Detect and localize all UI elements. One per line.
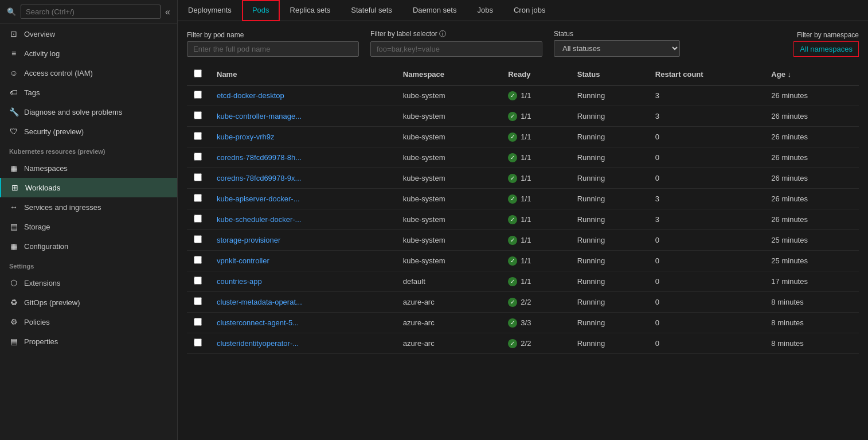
collapse-button[interactable]: « [165,7,170,17]
pod-link-0[interactable]: etcd-docker-desktop [217,91,284,100]
pod-age-7: 25 minutes [764,230,859,251]
filter-pod-name-input[interactable] [187,41,359,57]
pod-restart-count-3: 0 [648,147,765,168]
sidebar-item-label: Access control (IAM) [24,69,93,77]
pod-age-8: 25 minutes [764,251,859,271]
pod-namespace-11: azure-arc [396,313,502,333]
table-row: kube-proxy-vrh9z kube-system ✓ 1/1 Runni… [187,127,859,147]
col-header-restart-count: Restart count [648,64,765,85]
row-checkbox-9[interactable] [194,277,202,285]
sidebar-item-gitops[interactable]: ♻ GitOps (preview) [0,293,177,312]
sidebar-item-access-control[interactable]: ☺ Access control (IAM) [0,63,177,83]
row-checkbox-6[interactable] [194,215,202,223]
filter-status-label: Status [554,30,680,38]
row-checkbox-2[interactable] [194,132,202,140]
sidebar-item-storage[interactable]: ▤ Storage [0,217,177,236]
pod-namespace-2: kube-system [396,127,502,147]
tab-replica-sets[interactable]: Replica sets [280,0,341,21]
filter-status-select[interactable]: All statuses Running Pending Failed Succ… [554,40,680,57]
row-checkbox-0[interactable] [194,91,202,99]
sidebar-item-diagnose[interactable]: 🔧 Diagnose and solve problems [0,102,177,122]
sidebar-item-workloads[interactable]: ⊞ Workloads [0,178,177,197]
sidebar-item-overview[interactable]: ⊡ Overview [0,24,177,44]
row-checkbox-3[interactable] [194,153,202,161]
kubernetes-section-title: Kubernetes resources (preview) [0,141,177,158]
sidebar-item-activity-log[interactable]: ≡ Activity log [0,44,177,63]
storage-icon: ▤ [9,222,18,231]
pod-namespace-12: azure-arc [396,333,502,354]
row-checkbox-5[interactable] [194,194,202,202]
row-checkbox-1[interactable] [194,111,202,119]
pod-restart-count-8: 0 [648,251,765,271]
row-checkbox-10[interactable] [194,297,202,305]
pod-namespace-0: kube-system [396,85,502,106]
diagnose-icon: 🔧 [9,107,18,116]
main-content: Deployments Pods Replica sets Stateful s… [178,0,868,440]
pod-restart-count-2: 0 [648,127,765,147]
tab-cron-jobs[interactable]: Cron jobs [503,0,556,21]
filter-namespace-value[interactable]: All namespaces [793,41,859,57]
filter-status-group: Status All statuses Running Pending Fail… [554,30,680,57]
sidebar-item-label: Security (preview) [24,127,84,136]
pod-namespace-3: kube-system [396,147,502,168]
sidebar-item-extensions[interactable]: ⬡ Extensions [0,273,177,293]
table-row: clusteridentityoperator-... azure-arc ✓ … [187,333,859,354]
pod-link-6[interactable]: kube-scheduler-docker-... [217,215,301,224]
filter-pod-name-group: Filter by pod name [187,31,359,57]
pod-age-9: 17 minutes [764,271,859,292]
sidebar-search-area: 🔍 « [0,0,177,24]
pod-link-2[interactable]: kube-proxy-vrh9z [217,133,274,141]
pod-status-11: Running [570,313,648,333]
row-checkbox-7[interactable] [194,235,202,243]
tab-deployments[interactable]: Deployments [178,0,242,21]
sidebar-item-security[interactable]: 🛡 Security (preview) [0,122,177,141]
pod-link-8[interactable]: vpnkit-controller [217,256,269,265]
pod-namespace-9: default [396,271,502,292]
tab-stateful-sets[interactable]: Stateful sets [341,0,402,21]
ready-check-icon-1: ✓ [508,112,517,121]
sidebar: 🔍 « ⊡ Overview ≡ Activity log ☺ Access c… [0,0,178,440]
pod-status-10: Running [570,292,648,313]
settings-section-title: Settings [0,256,177,273]
row-checkbox-8[interactable] [194,256,202,264]
sidebar-item-policies[interactable]: ⚙ Policies [0,312,177,332]
search-input[interactable] [21,5,161,19]
sidebar-item-label: Namespaces [24,164,68,173]
pod-age-4: 26 minutes [764,168,859,189]
select-all-checkbox[interactable] [194,69,202,77]
row-checkbox-11[interactable] [194,318,202,326]
pod-link-9[interactable]: countries-app [217,277,262,286]
pod-link-12[interactable]: clusteridentityoperator-... [217,339,299,348]
overview-icon: ⊡ [9,29,18,38]
sidebar-item-services[interactable]: ↔ Services and ingresses [0,197,177,217]
pod-ready-0: ✓ 1/1 [501,85,570,106]
sidebar-item-properties[interactable]: ▤ Properties [0,332,177,351]
sidebar-item-configuration[interactable]: ▦ Configuration [0,236,177,256]
gitops-icon: ♻ [9,298,18,307]
pod-link-11[interactable]: clusterconnect-agent-5... [217,318,299,327]
ready-check-icon-3: ✓ [508,153,517,162]
pod-link-3[interactable]: coredns-78fcd69978-8h... [217,153,302,162]
pod-link-4[interactable]: coredns-78fcd69978-9x... [217,174,301,182]
filter-label-selector-input[interactable] [370,41,542,57]
row-checkbox-4[interactable] [194,173,202,181]
sidebar-item-label: Extensions [24,279,61,287]
tab-jobs[interactable]: Jobs [467,0,503,21]
tab-pods[interactable]: Pods [242,0,280,21]
pod-link-5[interactable]: kube-apiserver-docker-... [217,194,300,203]
pod-link-10[interactable]: cluster-metadata-operat... [217,298,302,306]
table-row: cluster-metadata-operat... azure-arc ✓ 2… [187,292,859,313]
ready-check-icon-12: ✓ [508,339,517,348]
row-checkbox-12[interactable] [194,338,202,346]
pod-ready-9: ✓ 1/1 [501,271,570,292]
ready-check-icon-6: ✓ [508,215,517,224]
table-row: countries-app default ✓ 1/1 Running 0 17… [187,271,859,292]
sidebar-item-namespaces[interactable]: ▦ Namespaces [0,158,177,178]
tab-daemon-sets[interactable]: Daemon sets [402,0,467,21]
pod-link-1[interactable]: kube-controller-manage... [217,112,302,120]
pod-status-5: Running [570,189,648,209]
pod-link-7[interactable]: storage-provisioner [217,236,280,244]
sidebar-item-tags[interactable]: 🏷 Tags [0,83,177,102]
pod-status-9: Running [570,271,648,292]
sidebar-item-label: Workloads [25,184,60,192]
